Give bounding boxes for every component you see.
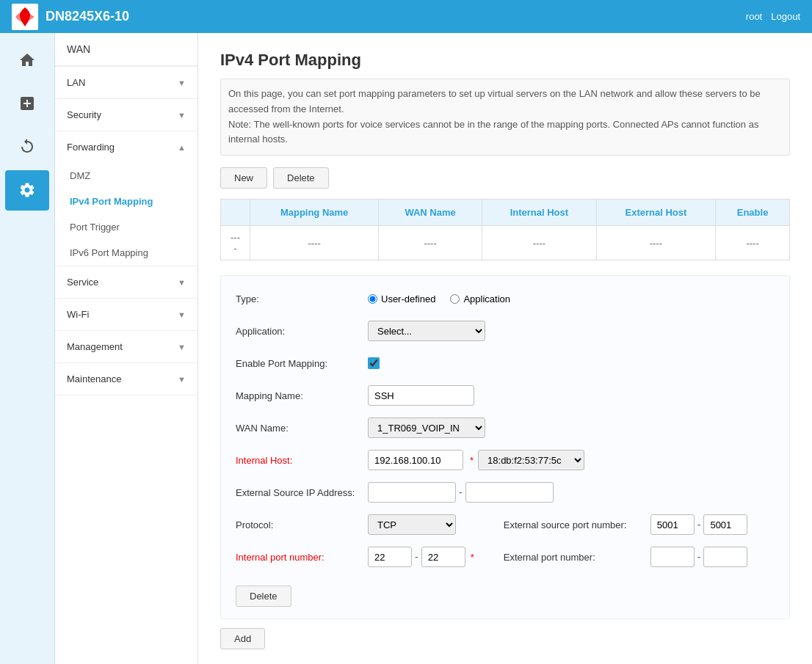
sidebar-item-wan[interactable]: WAN	[55, 33, 197, 66]
rule-delete-row: Delete	[236, 585, 775, 607]
topbar-right: root Logout	[746, 11, 800, 22]
radio-user-defined[interactable]: User-defined	[368, 293, 435, 304]
sidebar-header-forwarding[interactable]: Forwarding ▲	[55, 131, 197, 163]
table-header-mapping-name: Mapping Name	[250, 200, 379, 226]
form-row-ext-src-port: External source port number: -	[504, 514, 748, 536]
form-row-ext-src: External Source IP Address: -	[236, 481, 775, 503]
chevron-down-icon: ▼	[178, 278, 186, 287]
internal-port-group: - *	[368, 547, 474, 567]
form-row-wan-name: WAN Name: 1_TR069_VOIP_IN	[236, 417, 775, 439]
topbar: DN8245X6-10 root Logout	[0, 0, 812, 33]
table-header-internal-host: Internal Host	[482, 200, 596, 226]
sidebar-header-service[interactable]: Service ▼	[55, 266, 197, 298]
enable-checkbox[interactable]	[368, 357, 380, 369]
type-radio-group: User-defined Application	[368, 293, 510, 304]
internal-host-input[interactable]	[368, 450, 463, 470]
protocol-select[interactable]: TCP UDP Both	[368, 514, 456, 535]
sidebar-security-label: Security	[67, 109, 101, 120]
delete-rule-button[interactable]: Delete	[236, 585, 291, 607]
form-row-protocol: Protocol: TCP UDP Both	[236, 514, 474, 536]
form-row-internal-port: Internal port number: - *	[236, 546, 474, 568]
ext-port-group: -	[650, 547, 748, 567]
form-label-type: Type:	[236, 293, 368, 304]
new-button[interactable]: New	[220, 167, 267, 189]
add-button[interactable]: Add	[220, 628, 265, 649]
chevron-down-icon: ▼	[178, 79, 186, 87]
chevron-down-icon: ▼	[178, 375, 186, 384]
page-title: IPv4 Port Mapping	[220, 51, 790, 70]
icon-bar	[0, 33, 55, 664]
page-description-line1: On this page, you can set port mapping p…	[228, 88, 761, 114]
form-label-ext-src-port: External source port number:	[504, 519, 650, 530]
dash-separator: -	[459, 486, 463, 498]
form-label-mapping-name: Mapping Name:	[236, 390, 368, 401]
internal-host-mac-select[interactable]: 18:db:f2:53:77:5c	[478, 450, 584, 470]
ext-src-from-input[interactable]	[368, 482, 456, 503]
mapping-name-input[interactable]	[368, 385, 474, 406]
dash-separator3: -	[697, 519, 701, 530]
ext-port-to-input[interactable]	[703, 547, 747, 567]
internal-port-to-input[interactable]	[421, 547, 465, 567]
wan-name-select[interactable]: 1_TR069_VOIP_IN	[368, 417, 485, 438]
sidebar-lan-label: LAN	[67, 77, 85, 88]
sidebar-service-label: Service	[67, 277, 98, 288]
page-description-line2: Note: The well-known ports for voice ser…	[228, 119, 758, 145]
logout-link[interactable]: Logout	[771, 11, 800, 22]
huawei-logo	[12, 4, 38, 30]
application-select[interactable]: Select...	[368, 321, 485, 341]
sidebar-header-management[interactable]: Management ▼	[55, 331, 197, 362]
topbar-user: root	[746, 11, 762, 22]
dash-separator4: -	[697, 551, 701, 563]
internal-host-row: * 18:db:f2:53:77:5c	[368, 450, 584, 470]
sidebar-item-dmz[interactable]: DMZ	[55, 163, 197, 189]
sidebar-section-management: Management ▼	[55, 331, 197, 363]
table-cell-external-host: ----	[596, 226, 715, 260]
sidebar-item-ipv6-port-mapping[interactable]: IPv6 Port Mapping	[55, 240, 197, 266]
sidebar-wifi-label: Wi-Fi	[67, 309, 89, 320]
topbar-left: DN8245X6-10	[12, 4, 129, 30]
sidebar-header-wifi[interactable]: Wi-Fi ▼	[55, 299, 197, 330]
required-star: *	[470, 455, 474, 466]
sidebar-section-service: Service ▼	[55, 266, 197, 299]
icon-bar-home[interactable]	[5, 40, 49, 81]
table-header-wan-name: WAN Name	[379, 200, 482, 226]
sidebar-section-forwarding: Forwarding ▲ DMZ IPv4 Port Mapping Port …	[55, 131, 197, 266]
delete-button[interactable]: Delete	[273, 167, 329, 189]
form-label-enable: Enable Port Mapping:	[236, 358, 368, 369]
form-row-internal-host: Internal Host: * 18:db:f2:53:77:5c	[236, 449, 775, 471]
sidebar-management-label: Management	[67, 341, 123, 352]
table-cell-internal-host: ----	[482, 226, 596, 260]
main-content: IPv4 Port Mapping On this page, you can …	[198, 33, 812, 664]
dash-separator2: -	[415, 551, 418, 563]
ext-port-column: External source port number: - External …	[504, 514, 748, 578]
sidebar-item-port-trigger[interactable]: Port Trigger	[55, 214, 197, 240]
radio-application[interactable]: Application	[450, 293, 510, 304]
sidebar-header-security[interactable]: Security ▼	[55, 99, 197, 131]
sidebar-section-wifi: Wi-Fi ▼	[55, 299, 197, 331]
sidebar-item-ipv4-port-mapping[interactable]: IPv4 Port Mapping	[55, 189, 197, 214]
form-label-ext-src: External Source IP Address:	[236, 487, 368, 498]
sidebar-section-wan: WAN	[55, 33, 197, 67]
form-label-application: Application:	[236, 326, 368, 337]
form-section: Type: User-defined Application Applicati…	[220, 275, 790, 619]
chevron-down-icon: ▼	[178, 111, 186, 120]
ext-src-port-from-input[interactable]	[650, 514, 695, 535]
sidebar-section-maintenance: Maintenance ▼	[55, 363, 197, 395]
form-row-mapping-name: Mapping Name:	[236, 384, 775, 406]
radio-user-defined-input[interactable]	[368, 294, 377, 304]
ext-src-to-input[interactable]	[465, 482, 554, 503]
sidebar-header-maintenance[interactable]: Maintenance ▼	[55, 363, 197, 395]
ext-src-port-group: -	[650, 514, 748, 535]
device-title: DN8245X6-10	[46, 9, 129, 24]
table-row: ---- ---- ---- ---- ---- ----	[221, 226, 790, 260]
ext-port-from-input[interactable]	[650, 547, 695, 567]
sidebar-section-security: Security ▼	[55, 99, 197, 131]
icon-bar-add[interactable]	[5, 84, 49, 124]
form-label-internal-port: Internal port number:	[236, 552, 368, 563]
icon-bar-settings[interactable]	[5, 170, 49, 211]
radio-application-input[interactable]	[450, 294, 460, 304]
internal-port-from-input[interactable]	[368, 547, 412, 567]
icon-bar-status[interactable]	[5, 127, 49, 167]
ext-src-port-to-input[interactable]	[703, 514, 747, 535]
sidebar-header-lan[interactable]: LAN ▼	[55, 67, 197, 98]
